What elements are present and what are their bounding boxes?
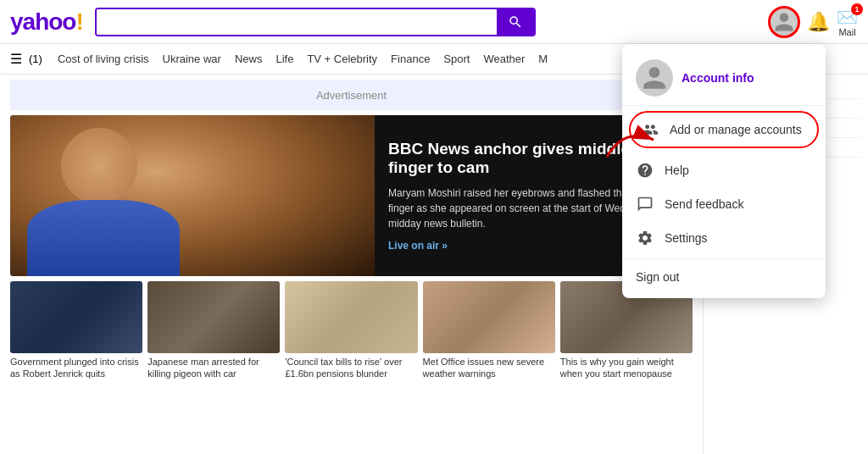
thumb-caption-3: Met Office issues new severe weather war… [423,356,555,380]
dropdown-signout[interactable]: Sign out [622,263,826,291]
thumb-caption-1: Japanese man arrested for killing pigeon… [147,356,280,380]
content-area: Advertisement BBC News anchor gives midd… [0,75,703,454]
header: yahoo! 🔔 ✉️ 1 Mail [0,0,868,44]
nav-item-sport[interactable]: Sport [437,44,476,75]
thumb-card-2[interactable]: 'Council tax bills to rise' over £1.6bn … [285,281,417,380]
dropdown-help[interactable]: Help [622,153,826,187]
yahoo-logo[interactable]: yahoo! [10,8,83,36]
search-button[interactable] [497,9,534,35]
bell-button[interactable]: 🔔 [807,11,830,33]
dropdown-avatar [636,59,673,97]
thumbnails-row: Government plunged into crisis as Robert… [10,281,693,380]
hero-image [10,115,375,276]
feedback-icon [636,195,654,213]
nav-item-cost[interactable]: Cost of living crisis [51,44,156,75]
search-input[interactable] [97,9,497,35]
settings-label: Settings [665,231,708,245]
ad-banner: Advertisement [10,80,693,110]
nav-item-tv[interactable]: TV + Celebrity [300,44,384,75]
add-accounts-icon [641,120,659,139]
thumb-caption-2: 'Council tax bills to rise' over £1.6bn … [285,356,417,380]
feedback-label: Send feedback [665,197,743,211]
dropdown-user-row: Account info [622,51,826,106]
avatar-button[interactable] [768,6,800,38]
nav-count: (1) [29,53,42,65]
thumb-caption-4: This is why you gain weight when you sta… [560,356,693,380]
header-right: 🔔 ✉️ 1 Mail [768,6,858,38]
dropdown-feedback[interactable]: Send feedback [622,187,826,221]
dropdown-divider [622,258,826,259]
help-label: Help [665,163,689,177]
mail-button[interactable]: ✉️ 1 Mail [837,7,858,37]
nav-item-more[interactable]: M [531,44,554,75]
dropdown-add-accounts[interactable]: Add or manage accounts [629,111,819,148]
thumb-card-1[interactable]: Japanese man arrested for killing pigeon… [147,281,280,380]
nav-item-weather[interactable]: Weather [476,44,531,75]
thumb-card-0[interactable]: Government plunged into crisis as Robert… [10,281,142,380]
search-bar [95,8,536,36]
thumb-caption-0: Government plunged into crisis as Robert… [10,356,142,380]
nav-item-finance[interactable]: Finance [384,44,437,75]
nav-hamburger[interactable]: ☰ [10,51,22,67]
mail-badge: 1 [851,3,863,15]
nav-item-news[interactable]: News [228,44,270,75]
dropdown-account-info[interactable]: Account info [682,71,754,85]
add-accounts-label: Add or manage accounts [670,123,802,136]
nav-item-life[interactable]: Life [269,44,300,75]
mail-label: Mail [838,27,855,37]
settings-icon [636,229,654,247]
thumb-card-3[interactable]: Met Office issues new severe weather war… [423,281,555,380]
help-icon [636,161,654,180]
nav-item-ukraine[interactable]: Ukraine war [156,44,228,75]
dropdown-settings[interactable]: Settings [622,221,826,255]
hero-article[interactable]: BBC News anchor gives middle finger to c… [10,115,693,276]
dropdown-menu: Account info Add or manage accounts Help… [622,44,826,298]
